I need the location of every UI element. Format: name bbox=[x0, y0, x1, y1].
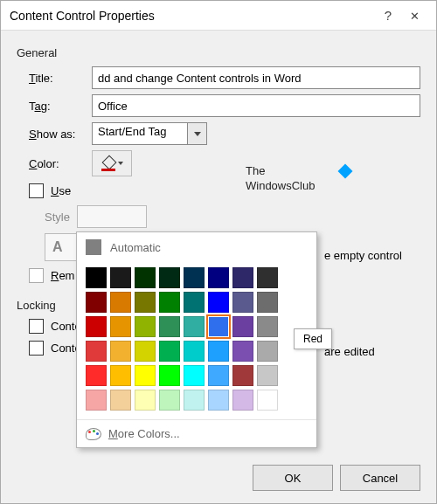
dialog-footer: OK Cancel bbox=[1, 452, 436, 503]
title-input[interactable] bbox=[92, 66, 420, 89]
color-swatch[interactable] bbox=[184, 316, 205, 337]
automatic-color-row[interactable]: Automatic bbox=[77, 232, 316, 262]
use-style-row: Use bbox=[29, 183, 420, 198]
color-label: Color: bbox=[29, 157, 92, 170]
use-style-checkbox[interactable] bbox=[29, 183, 44, 198]
color-swatch[interactable] bbox=[110, 365, 131, 386]
color-swatch[interactable] bbox=[86, 390, 107, 411]
help-button[interactable]: ? bbox=[375, 8, 401, 23]
color-swatch-grid bbox=[77, 262, 316, 419]
automatic-label: Automatic bbox=[110, 241, 161, 254]
chevron-down-icon bbox=[118, 162, 123, 165]
color-swatch[interactable] bbox=[232, 267, 253, 288]
color-swatch[interactable] bbox=[257, 341, 278, 362]
showas-row: Show as: Start/End Tag bbox=[29, 122, 420, 145]
color-swatch[interactable] bbox=[257, 365, 278, 386]
color-swatch[interactable] bbox=[257, 267, 278, 288]
dialog-title: Content Control Properties bbox=[10, 9, 375, 23]
style-combo bbox=[77, 205, 147, 228]
color-swatch[interactable] bbox=[110, 341, 131, 362]
color-swatch[interactable] bbox=[184, 390, 205, 411]
color-swatch[interactable] bbox=[110, 390, 131, 411]
color-swatch[interactable] bbox=[135, 267, 156, 288]
title-label: Title: bbox=[29, 72, 92, 85]
general-group-label: General bbox=[17, 46, 420, 59]
color-swatch[interactable] bbox=[110, 267, 131, 288]
automatic-swatch-icon bbox=[86, 239, 101, 255]
more-colors-row[interactable]: More Colors... bbox=[77, 419, 316, 447]
color-row: Color: bbox=[29, 150, 420, 176]
use-style-label: Use bbox=[51, 184, 71, 197]
showas-combo[interactable]: Start/End Tag bbox=[92, 122, 207, 145]
color-swatch[interactable] bbox=[184, 341, 205, 362]
style-row: Style bbox=[45, 205, 420, 228]
showas-label: Show as: bbox=[29, 128, 92, 141]
showas-dropdown-button[interactable] bbox=[188, 122, 207, 145]
color-swatch[interactable] bbox=[159, 267, 180, 288]
color-picker-button[interactable] bbox=[92, 150, 132, 176]
color-swatch[interactable] bbox=[184, 267, 205, 288]
palette-icon bbox=[86, 428, 101, 440]
color-swatch[interactable] bbox=[135, 292, 156, 313]
color-swatch[interactable] bbox=[257, 292, 278, 313]
color-swatch[interactable] bbox=[159, 341, 180, 362]
color-swatch[interactable] bbox=[110, 316, 131, 337]
showas-value: Start/End Tag bbox=[92, 122, 188, 145]
ok-button[interactable]: OK bbox=[253, 465, 333, 491]
color-swatch[interactable] bbox=[232, 316, 253, 337]
color-swatch[interactable] bbox=[208, 341, 229, 362]
color-swatch[interactable] bbox=[208, 316, 229, 337]
remove-label: Rem bbox=[51, 269, 74, 282]
more-colors-label: More Colors... bbox=[108, 427, 180, 440]
cannot-delete-checkbox[interactable] bbox=[29, 319, 44, 334]
color-swatch[interactable] bbox=[86, 365, 107, 386]
color-swatch[interactable] bbox=[232, 390, 253, 411]
chevron-down-icon bbox=[194, 132, 201, 136]
windowsclub-watermark: The WindowsClub bbox=[246, 163, 315, 193]
color-swatch[interactable] bbox=[232, 292, 253, 313]
color-swatch[interactable] bbox=[184, 365, 205, 386]
color-swatch[interactable] bbox=[208, 267, 229, 288]
color-swatch[interactable] bbox=[86, 341, 107, 362]
color-swatch[interactable] bbox=[86, 267, 107, 288]
color-swatch[interactable] bbox=[232, 341, 253, 362]
color-swatch[interactable] bbox=[159, 292, 180, 313]
color-swatch[interactable] bbox=[86, 316, 107, 337]
color-swatch[interactable] bbox=[257, 390, 278, 411]
color-swatch[interactable] bbox=[208, 390, 229, 411]
color-swatch[interactable] bbox=[208, 292, 229, 313]
color-swatch[interactable] bbox=[159, 316, 180, 337]
color-tooltip: Red bbox=[294, 328, 332, 349]
color-swatch[interactable] bbox=[257, 316, 278, 337]
color-swatch[interactable] bbox=[232, 365, 253, 386]
style-label: Style bbox=[45, 211, 70, 224]
color-picker-popup: Automatic Red More Colors... bbox=[76, 231, 317, 448]
cancel-button[interactable]: Cancel bbox=[340, 465, 420, 491]
cannot-edit-checkbox[interactable] bbox=[29, 341, 44, 356]
color-swatch[interactable] bbox=[159, 365, 180, 386]
color-swatch[interactable] bbox=[110, 292, 131, 313]
color-swatch[interactable] bbox=[135, 390, 156, 411]
close-button[interactable]: ✕ bbox=[401, 8, 427, 23]
use-style-trailing: e empty control bbox=[324, 249, 402, 262]
dialog-body: General Title: Tag: Show as: Start/End T… bbox=[1, 31, 436, 452]
color-swatch[interactable] bbox=[184, 292, 205, 313]
title-row: Title: bbox=[29, 66, 420, 89]
color-swatch[interactable] bbox=[135, 316, 156, 337]
remove-checkbox[interactable] bbox=[29, 268, 44, 283]
paint-bucket-icon bbox=[101, 157, 115, 169]
style-a-icon: A bbox=[52, 239, 63, 255]
content-control-properties-dialog: Content Control Properties ? ✕ General T… bbox=[0, 0, 437, 504]
color-swatch[interactable] bbox=[86, 292, 107, 313]
tag-label: Tag: bbox=[29, 100, 92, 113]
color-swatch[interactable] bbox=[208, 365, 229, 386]
color-swatch[interactable] bbox=[135, 365, 156, 386]
titlebar: Content Control Properties ? ✕ bbox=[1, 1, 436, 31]
tag-input[interactable] bbox=[92, 94, 420, 117]
color-swatch[interactable] bbox=[135, 341, 156, 362]
color-swatch[interactable] bbox=[159, 390, 180, 411]
close-icon: ✕ bbox=[410, 10, 420, 23]
tag-row: Tag: bbox=[29, 94, 420, 117]
